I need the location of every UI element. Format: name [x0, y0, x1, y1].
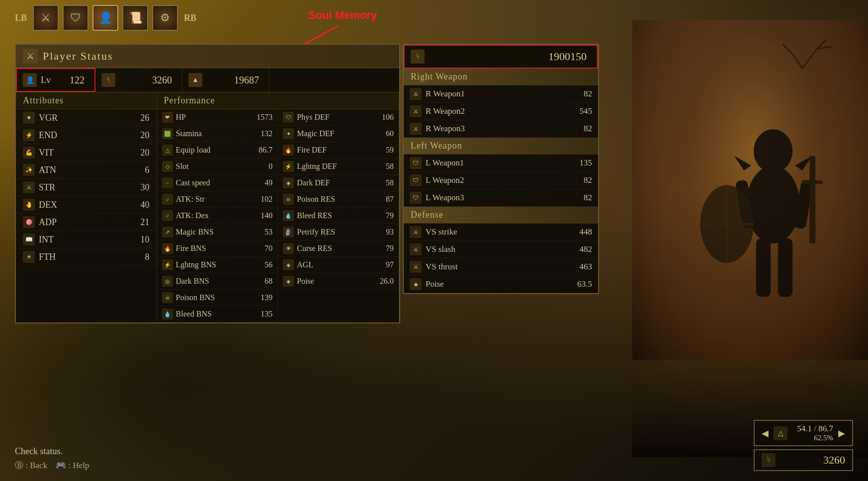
lv-label: Lv	[41, 75, 51, 85]
perf-name: ATK: Str	[176, 195, 251, 204]
weapon-name: R Weapon1	[426, 89, 580, 99]
souls2-icon: ▲	[188, 73, 202, 87]
defense-value: 448	[580, 227, 593, 237]
attr-value: 30	[135, 182, 150, 193]
attr-name: INT	[39, 235, 131, 245]
attribute-row: ☀ FTH 8	[16, 248, 157, 266]
perf-value: 106	[375, 113, 394, 122]
help-label: 🎮 : Help	[56, 461, 89, 470]
perf-name: Stamina	[176, 129, 251, 138]
nav-btn-shield[interactable]: 🛡	[63, 5, 88, 31]
perf-icon: 💧	[162, 309, 173, 320]
perf-value: 53	[254, 228, 272, 237]
performance-area: ❤ HP 1573 🟩 Stamina 132 △ Equip load 86.…	[157, 109, 399, 322]
weapon-icon: 🛡	[410, 157, 422, 169]
weapon-icon: 🛡	[410, 192, 422, 204]
performance-row: 💧 Bleed BNS 135	[157, 306, 278, 322]
defense-name: VS strike	[426, 227, 576, 237]
attr-icon: ⚡	[23, 129, 35, 141]
nav-btn-gear[interactable]: ⚙	[152, 5, 178, 31]
perf-value: 1573	[254, 113, 272, 122]
perf-icon: ◈	[283, 259, 294, 270]
perf-value: 135	[254, 310, 272, 319]
equip-pct: 62.5%	[814, 434, 833, 442]
attr-value: 26	[135, 113, 150, 123]
perf-name: HP	[176, 113, 251, 122]
perf-icon: 🗿	[283, 227, 294, 238]
attr-icon: ♥	[23, 112, 35, 124]
attr-name: VIT	[39, 148, 131, 158]
performance-left: ❤ HP 1573 🟩 Stamina 132 △ Equip load 86.…	[157, 109, 278, 322]
souls-icon: ᛋ	[101, 73, 115, 87]
svg-rect-12	[756, 239, 771, 297]
attr-icon: 🎯	[23, 216, 35, 228]
defense-header: Defense	[404, 207, 598, 224]
attribute-row: ✨ ATN 6	[16, 161, 157, 179]
perf-name: Magic BNS	[176, 228, 251, 237]
souls2-cell: ▲ 19687	[182, 68, 269, 92]
perf-value: 58	[375, 162, 394, 171]
bottom-hud: ◀ △ 54.1 / 86.7 62.5% ▶ ᛋ 3260	[754, 420, 853, 471]
attributes-header: Attributes	[16, 92, 157, 109]
attr-value: 20	[135, 148, 150, 158]
perf-name: Dark BNS	[176, 277, 251, 286]
defense-icon: ⚔	[410, 261, 422, 273]
defense-name: VS slash	[426, 244, 576, 254]
left-weapon-row: 🛡 L Weapon2 82	[404, 172, 598, 189]
perf-name: ATK: Dex	[176, 211, 251, 220]
nav-btn-map[interactable]: 📜	[122, 5, 148, 31]
svg-point-7	[754, 129, 792, 173]
performance-row: ◈ AGL 97	[278, 257, 399, 273]
souls-hud-box: ᛋ 3260	[754, 449, 853, 471]
attr-name: ATN	[39, 165, 131, 175]
right-panel: ᛋ 1900150 Right Weapon ⚔ R Weapon1 82 ⚔ …	[403, 44, 599, 294]
perf-icon: ◇	[162, 161, 173, 172]
perf-icon: ◎	[162, 276, 173, 287]
nav-btn-sword[interactable]: ⚔	[33, 5, 59, 31]
performance-row: ❤ HP 1573	[157, 109, 278, 126]
panel-title-bar: ⚔ Player Status	[16, 45, 399, 68]
defense-icon: ⚔	[410, 226, 422, 238]
perf-icon: 💧	[283, 210, 294, 221]
nav-btn-character[interactable]: 👤	[92, 5, 118, 31]
souls2-value: 19687	[234, 75, 263, 86]
attribute-row: ⚔ STR 30	[16, 179, 157, 196]
defense-row: ⚔ VS slash 482	[404, 241, 598, 258]
lb-label: LB	[15, 13, 27, 23]
top-navigation: LB ⚔ 🛡 👤 📜 ⚙ RB	[15, 5, 198, 31]
perf-name: AGL	[297, 260, 372, 269]
perf-value: 49	[254, 178, 272, 187]
perf-icon: ◈	[283, 276, 294, 287]
equip-value: 54.1 / 86.7	[797, 424, 833, 434]
attribute-row: 🎯 ADP 21	[16, 214, 157, 231]
right-weapon-header: Right Weapon	[404, 69, 598, 85]
attr-icon: ☀	[23, 251, 35, 263]
defense-row: ⚔ VS strike 448	[404, 224, 598, 241]
perf-icon: 🔥	[162, 243, 173, 254]
perf-value: 140	[254, 211, 272, 220]
svg-marker-9	[795, 156, 812, 170]
svg-rect-17	[809, 156, 815, 243]
level-icon: 👤	[23, 73, 37, 87]
weapon-value: 545	[580, 106, 593, 116]
perf-name: Poison BNS	[176, 293, 251, 302]
attr-name: END	[39, 130, 131, 141]
performance-row: ↗ Magic BNS 53	[157, 224, 278, 240]
defense-value: 63.5	[577, 279, 592, 289]
svg-rect-0	[632, 20, 868, 457]
right-weapon-row: ⚔ R Weapon3 82	[404, 120, 598, 138]
perf-name: Fire DEF	[297, 146, 372, 155]
left-weapon-header: Left Weapon	[404, 138, 598, 155]
perf-name: Cast speed	[176, 178, 251, 187]
left-weapon-list: 🛡 L Weapon1 135 🛡 L Weapon2 82 🛡 L Weapo…	[404, 155, 598, 207]
perf-value: 56	[254, 260, 272, 269]
svg-rect-18	[802, 180, 823, 184]
performance-row: ⚡ Lghtng BNS 56	[157, 257, 278, 273]
performance-row: △ Equip load 86.7	[157, 142, 278, 159]
attr-icon: 📖	[23, 234, 35, 245]
perf-name: Lghtng BNS	[176, 260, 251, 269]
equip-hud-box: ◀ △ 54.1 / 86.7 62.5% ▶	[754, 420, 853, 446]
svg-line-1	[802, 49, 817, 69]
perf-value: 58	[375, 178, 394, 187]
attr-name: DEX	[39, 200, 131, 210]
